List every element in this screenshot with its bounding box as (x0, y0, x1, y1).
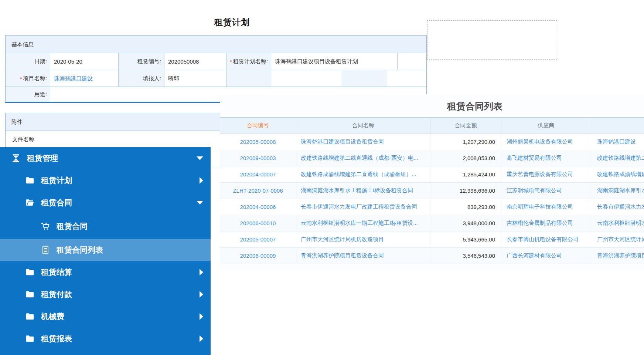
document-icon (41, 245, 50, 255)
contract-amount: 1,207,290.00 (430, 134, 501, 150)
contract-name-link[interactable]: 改建铁路线增建第二线直通线（成都-西安）电... (296, 150, 430, 166)
contract-amount: 12,998,636.00 (430, 183, 501, 199)
table-row: 202009-00003 改建铁路线增建第二线直通线（成都-西安）电... 2,… (220, 150, 644, 166)
table-row: 202005-00008 珠海鹤港口建设项目设备租赁合同 1,207,290.0… (220, 134, 644, 150)
table-row: 202006-00010 云南水利枢纽潜明水库一期工程施工I标租赁设... 3,… (220, 215, 644, 231)
sidebar-item-label: 租赁结算 (41, 267, 72, 277)
sidebar-item-rental-contract-group[interactable]: 租赁合同 (0, 192, 211, 214)
contract-name-link[interactable]: 云南水利枢纽潜明水库一期工程施工I标租赁设... (296, 215, 430, 231)
project-link[interactable]: 改建铁路线增建第二 (591, 150, 644, 166)
folder-icon (25, 176, 35, 185)
reporter-label: 填报人: (119, 70, 164, 87)
date-field[interactable]: 2020-05-20 (50, 53, 119, 70)
folder-icon (25, 312, 35, 321)
contract-amount: 3,546,543.00 (430, 248, 501, 264)
project-name-label: * 项目名称: (6, 70, 50, 87)
rental-no-field: 2020050008 (164, 53, 226, 70)
chevron-right-icon (200, 269, 203, 275)
form-row2-empty-value-2 (387, 70, 426, 87)
table-row: 202004-00006 长春市伊通河水力发电厂改建工程租赁设备合同 839,2… (220, 199, 644, 215)
sidebar-item-rental-report[interactable]: 租赁报表 (0, 328, 211, 350)
chevron-down-icon (197, 156, 203, 160)
hourglass-icon (11, 153, 21, 163)
supplier-link[interactable]: 广西长河建材有限公司 (501, 248, 591, 264)
sidebar-item-rental-contract[interactable]: 租赁合同 (0, 214, 211, 239)
date-label: 日期: (6, 53, 50, 70)
column-header-supplier[interactable]: 供应商 (501, 118, 591, 133)
contract-name-link[interactable]: 广州市天河区统计局机房改造项目 (296, 231, 430, 247)
contract-name-link[interactable]: 青海洪湖养护院项目租赁设备合同 (296, 248, 430, 264)
column-header-project[interactable] (591, 118, 644, 133)
chevron-right-icon (200, 177, 203, 184)
contract-amount: 3,948,000.00 (430, 215, 501, 231)
column-header-contract-name[interactable]: 合同名称 (296, 118, 430, 133)
basic-info-panel: 基本信息 日期: 2020-05-20 租赁编号: 2020050008 * 租… (5, 35, 427, 103)
supplier-link[interactable]: 高飞建材贸易有限公司 (501, 150, 591, 166)
sidebar-item-rental-management[interactable]: 租赁管理 (0, 147, 211, 169)
project-name-field: 珠海鹤港口建设 (50, 70, 119, 87)
supplier-link[interactable]: 重庆艺普电源设备有限公司 (501, 166, 591, 182)
sidebar-item-label: 租赁合同 (41, 197, 72, 208)
project-link[interactable]: 青海洪湖养护院项目 (591, 248, 644, 264)
contract-list-panel: 租赁合同列表 合同编号 合同名称 合同金额 供应商 202005-00008 珠… (220, 94, 644, 271)
supplier-link[interactable]: 南京明辉电子科技有限公司 (501, 199, 591, 215)
folder-open-icon (25, 198, 35, 207)
project-link[interactable]: 改建铁路成渝线增建 (591, 166, 644, 182)
column-header-contract-amount[interactable]: 合同金额 (430, 118, 501, 133)
sidebar-item-rental-contract-list[interactable]: 租赁合同列表 (0, 239, 211, 261)
sidebar-item-label: 租赁合同 (57, 221, 88, 231)
contract-name-link[interactable]: 珠海鹤港口建设项目设备租赁合同 (296, 134, 430, 150)
sidebar-item-label: 租赁合同列表 (57, 245, 103, 255)
contract-no-link[interactable]: 202005-00008 (220, 134, 296, 150)
table-row: 202005-00007 广州市天河区统计局机房改造项目 5,943,665.0… (220, 231, 644, 248)
basic-info-section-title: 基本信息 (6, 36, 426, 53)
supplier-link[interactable]: 长春市博山机电设备有限公司 (501, 231, 591, 247)
contract-no-link[interactable]: 202004-00007 (220, 166, 296, 182)
sidebar-item-label: 租赁报表 (41, 334, 72, 344)
contract-name-link[interactable]: 湖南洞庭湖水库引水工程施工I标设备租赁合同 (296, 183, 430, 199)
project-name-link[interactable]: 珠海鹤港口建设 (54, 75, 93, 82)
folder-icon (25, 334, 35, 344)
contract-amount: 1,285,424.00 (430, 166, 501, 182)
required-star: * (230, 58, 232, 65)
project-link[interactable]: 珠海鹤港口建设 (591, 134, 644, 150)
cart-icon (41, 222, 50, 231)
chevron-down-icon (197, 201, 203, 204)
project-link[interactable]: 湖南洞庭湖水库引水 (591, 183, 644, 199)
folder-icon (25, 290, 35, 299)
contract-list-title: 租赁合同列表 (220, 94, 644, 117)
sidebar-item-rental-plan[interactable]: 租赁计划 (0, 169, 211, 192)
sidebar-menu: 租赁管理 租赁计划 租赁合同 租赁合同 (0, 147, 211, 355)
purpose-label: 用途: (6, 87, 50, 102)
form-row2-empty-label-2 (342, 70, 387, 87)
contract-no-link[interactable]: 202006-00009 (220, 248, 296, 264)
contract-amount: 2,008,853.00 (430, 150, 501, 166)
project-link[interactable]: 云南水利枢纽潜明水 (591, 215, 644, 231)
supplier-link[interactable]: 湖州丽景机电设备有限公司 (501, 134, 591, 150)
sidebar-item-rental-settlement[interactable]: 租赁结算 (0, 261, 211, 283)
form-row2-empty-label (226, 70, 271, 87)
contract-no-link[interactable]: ZLHT-2020-07-0006 (220, 183, 296, 199)
supplier-link[interactable]: 江苏明城电气有限公司 (501, 183, 591, 199)
project-link[interactable]: 广州市天河区统计局 (591, 231, 644, 247)
plan-name-field[interactable]: 珠海鹤港口建设项目设备租赁计划 (271, 53, 398, 70)
chevron-right-icon (200, 335, 203, 342)
contract-no-link[interactable]: 202006-00010 (220, 215, 296, 231)
contract-name-link[interactable]: 长春市伊通河水力发电厂改建工程租赁设备合同 (296, 199, 430, 215)
form-row1-empty-cell (398, 53, 426, 70)
supplier-link[interactable]: 吉林楷伦金属制品有限公司 (501, 215, 591, 231)
folder-icon (25, 267, 35, 277)
column-header-contract-no[interactable]: 合同编号 (220, 118, 296, 133)
sidebar-item-rental-payment[interactable]: 租赁付款 (0, 283, 211, 305)
chevron-right-icon (200, 313, 203, 320)
contract-no-link[interactable]: 202009-00003 (220, 150, 296, 166)
contract-no-link[interactable]: 202005-00007 (220, 231, 296, 247)
contract-no-link[interactable]: 202004-00006 (220, 199, 296, 215)
table-row: 202006-00009 青海洪湖养护院项目租赁设备合同 3,546,543.0… (220, 248, 644, 264)
dashed-placeholder-box (427, 20, 557, 60)
contract-amount: 5,943,665.00 (430, 231, 501, 247)
sidebar-item-machinery-fee[interactable]: 机械费 (0, 305, 211, 328)
contract-name-link[interactable]: 改建铁路成渝线增建第二直通线（成渝枢纽）... (296, 166, 430, 182)
project-link[interactable]: 长春市伊通河水力发 (591, 199, 644, 215)
form-row-2: * 项目名称: 珠海鹤港口建设 填报人: 断郎 (6, 70, 426, 87)
